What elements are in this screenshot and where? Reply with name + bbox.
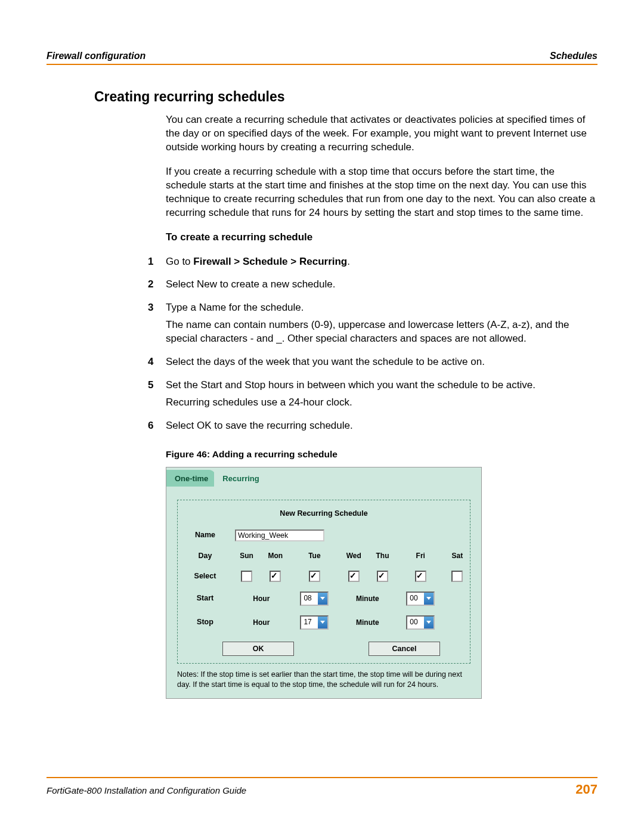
step-line: Type a Name for the schedule. xyxy=(166,301,597,315)
ok-button[interactable]: OK xyxy=(222,642,294,657)
step-5: 5 Set the Start and Stop hours in betwee… xyxy=(166,379,597,413)
stop-label: Stop xyxy=(178,611,233,634)
stop-hour-select[interactable]: 17 xyxy=(300,615,329,630)
start-hour-label: Hour xyxy=(233,587,290,611)
start-minute-select[interactable]: 00 xyxy=(406,592,435,606)
step-number: 3 xyxy=(148,301,166,349)
footer-guide-title: FortiGate-800 Installation and Configura… xyxy=(47,785,246,795)
procedure-title: To create a recurring schedule xyxy=(166,231,597,244)
panel-title: New Recurring Schedule xyxy=(178,500,470,525)
step-line: Select OK to save the recurring schedule… xyxy=(166,419,597,433)
name-label: Name xyxy=(178,525,233,546)
step-1: 1 Go to Firewall > Schedule > Recurring. xyxy=(166,255,597,272)
step-3: 3 Type a Name for the schedule. The name… xyxy=(166,301,597,349)
chevron-down-icon xyxy=(424,593,434,605)
day-label: Day xyxy=(178,546,233,566)
step-number: 4 xyxy=(148,355,166,373)
day-heading-wed: Wed xyxy=(339,546,369,566)
tab-bar: One-time Recurring xyxy=(166,467,481,487)
step-number: 6 xyxy=(148,419,166,436)
step-number: 2 xyxy=(148,278,166,295)
day-heading-tue: Tue xyxy=(290,546,339,566)
checkbox-thu[interactable] xyxy=(377,571,388,582)
step-line: Set the Start and Stop hours in between … xyxy=(166,379,597,392)
step-line: The name can contain numbers (0-9), uppe… xyxy=(166,318,597,346)
figure-caption: Figure 46: Adding a recurring schedule xyxy=(166,448,597,461)
step-4: 4 Select the days of the week that you w… xyxy=(166,355,597,373)
page-footer: FortiGate-800 Installation and Configura… xyxy=(47,777,597,797)
stop-hour-label: Hour xyxy=(233,611,290,634)
step-line: Select the days of the week that you wan… xyxy=(166,355,597,369)
step-line: Go to Firewall > Schedule > Recurring. xyxy=(166,255,597,269)
cancel-button[interactable]: Cancel xyxy=(369,642,440,657)
page-number: 207 xyxy=(575,782,597,797)
step-6: 6 Select OK to save the recurring schedu… xyxy=(166,419,597,436)
day-heading-thu: Thu xyxy=(369,546,396,566)
notes-text: Notes: If the stop time is set earlier t… xyxy=(177,670,470,690)
checkbox-tue[interactable] xyxy=(309,571,320,582)
step-number: 5 xyxy=(148,379,166,413)
intro-para-2: If you create a recurring schedule with … xyxy=(166,165,597,220)
start-label: Start xyxy=(178,587,233,611)
step-line: Select New to create a new schedule. xyxy=(166,278,597,292)
stop-minute-label: Minute xyxy=(339,611,396,634)
tab-recurring[interactable]: Recurring xyxy=(214,470,268,487)
checkbox-wed[interactable] xyxy=(348,571,360,582)
day-heading-fri: Fri xyxy=(397,546,445,566)
day-heading-mon: Mon xyxy=(261,546,290,566)
day-heading-sat: Sat xyxy=(445,546,470,566)
checkbox-mon[interactable] xyxy=(270,571,281,582)
chevron-down-icon xyxy=(318,617,327,628)
select-label: Select xyxy=(178,566,233,587)
header-left: Firewall configuration xyxy=(47,51,145,61)
step-line: Recurring schedules use a 24-hour clock. xyxy=(166,396,597,410)
intro-para-1: You can create a recurring schedule that… xyxy=(166,113,597,154)
step-number: 1 xyxy=(148,255,166,272)
day-heading-sun: Sun xyxy=(233,546,261,566)
tab-one-time[interactable]: One-time xyxy=(166,470,218,487)
checkbox-sun[interactable] xyxy=(241,571,252,582)
checkbox-sat[interactable] xyxy=(451,571,463,582)
page-header: Firewall configuration Schedules xyxy=(47,51,597,65)
start-minute-label: Minute xyxy=(339,587,396,611)
chevron-down-icon xyxy=(424,617,434,628)
start-hour-select[interactable]: 08 xyxy=(300,592,329,606)
schedule-form: New Recurring Schedule Name Day Sun Mon … xyxy=(177,500,470,664)
header-right: Schedules xyxy=(550,51,597,61)
section-title: Creating recurring schedules xyxy=(94,89,597,105)
chevron-down-icon xyxy=(318,593,327,605)
step-2: 2 Select New to create a new schedule. xyxy=(166,278,597,295)
stop-minute-select[interactable]: 00 xyxy=(406,615,435,630)
checkbox-fri[interactable] xyxy=(415,571,426,582)
name-input[interactable] xyxy=(235,529,324,541)
schedule-dialog: One-time Recurring New Recurring Schedul… xyxy=(166,467,482,699)
